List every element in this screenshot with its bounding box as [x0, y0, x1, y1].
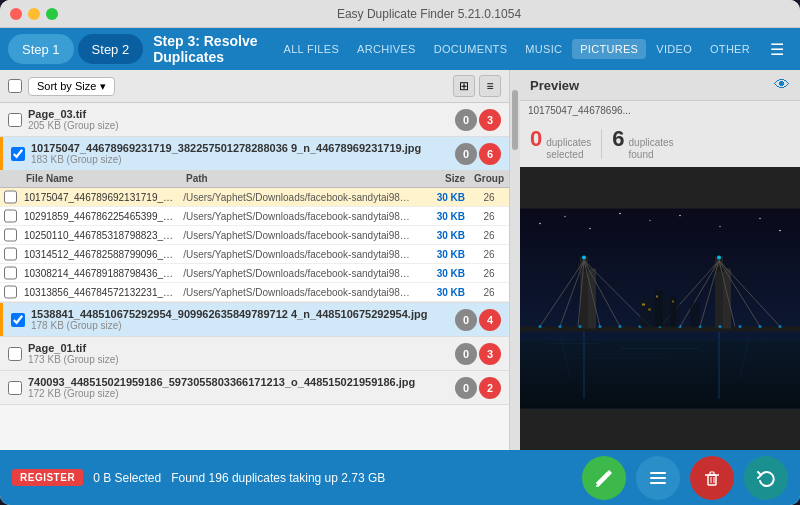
table-row[interactable]: 10291859_446786225465399_2003... /Users/… — [0, 207, 509, 226]
svg-point-33 — [559, 325, 562, 328]
table-row[interactable]: 10313856_446784572132231_3659... /Users/… — [0, 283, 509, 302]
file-group-header-1[interactable]: Page_03.tif 205 KB (Group size) 0 3 — [0, 103, 509, 136]
row6-group: 26 — [469, 285, 509, 300]
tab-pictures[interactable]: PICTURES — [572, 39, 646, 59]
svg-point-7 — [679, 215, 681, 217]
svg-rect-67 — [708, 475, 716, 485]
duplicates-selected-label: duplicatesselected — [546, 137, 591, 161]
col-header-group: Group — [469, 170, 509, 187]
window-title: Easy Duplicate Finder 5.21.0.1054 — [68, 7, 790, 21]
row6-path: /Users/YaphetS/Downloads/facebook-sandyt… — [179, 285, 414, 300]
table-row[interactable]: 10250110_446785318798823_7629... /Users/… — [0, 226, 509, 245]
fullscreen-button[interactable] — [46, 8, 58, 20]
sort-label: Sort by Size — [37, 80, 96, 92]
row5-group: 26 — [469, 266, 509, 281]
svg-point-32 — [539, 325, 542, 328]
file-group-3: 1538841_448510675292954_9099626358497897… — [0, 303, 509, 337]
tab-music[interactable]: MUSIC — [517, 39, 570, 59]
list-view-icon[interactable]: ≡ — [479, 75, 501, 97]
row5-name: 10308214_446789188798436_7628... — [20, 266, 179, 281]
table-row[interactable]: 10175047_446789692131719_3822... /Users/… — [0, 188, 509, 207]
group4-badge-right: 3 — [479, 343, 501, 365]
row3-name: 10250110_446785318798823_7629... — [20, 228, 179, 243]
row5-path: /Users/YaphetS/Downloads/facebook-sandyt… — [179, 266, 414, 281]
preview-filename: 10175047_44678696... — [520, 101, 800, 120]
svg-point-34 — [579, 325, 582, 328]
table-row[interactable]: 10314512_446782588799096_6518... /Users/… — [0, 245, 509, 264]
sort-button[interactable]: Sort by Size ▾ — [28, 77, 115, 96]
minimize-button[interactable] — [28, 8, 40, 20]
group5-checkbox[interactable] — [8, 381, 22, 395]
row1-group: 26 — [469, 190, 509, 205]
row4-checkbox[interactable] — [4, 247, 17, 261]
svg-point-8 — [719, 226, 721, 228]
tab-video[interactable]: VIDEO — [648, 39, 700, 59]
tab-archives[interactable]: ARCHIVES — [349, 39, 424, 59]
row2-group: 26 — [469, 209, 509, 224]
step1-button[interactable]: Step 1 — [8, 34, 74, 64]
svg-point-35 — [599, 325, 602, 328]
edit-button[interactable] — [582, 456, 626, 500]
svg-point-46 — [717, 256, 721, 260]
group1-checkbox[interactable] — [8, 113, 22, 127]
duplicates-found-count: 6 — [612, 126, 624, 152]
row3-group: 26 — [469, 228, 509, 243]
file-group-header-2[interactable]: 10175047_44678969231719_3822575012782880… — [0, 137, 509, 170]
row6-checkbox[interactable] — [4, 285, 17, 299]
tab-all-files[interactable]: ALL FILES — [276, 39, 348, 59]
scrollbar-thumb[interactable] — [512, 90, 518, 150]
svg-rect-51 — [520, 339, 800, 341]
row1-name: 10175047_446789692131719_3822... — [20, 190, 179, 205]
stat-duplicates-selected: 0 duplicatesselected — [530, 126, 591, 161]
svg-point-6 — [649, 220, 651, 222]
row1-checkbox[interactable] — [4, 190, 17, 204]
undo-button[interactable] — [744, 456, 788, 500]
group2-info: 10175047_44678969231719_3822575012782880… — [31, 142, 449, 165]
svg-rect-65 — [650, 477, 666, 479]
svg-point-42 — [739, 325, 742, 328]
row5-checkbox[interactable] — [4, 266, 17, 280]
group1-name: Page_03.tif — [28, 108, 449, 120]
file-group-header-5[interactable]: 740093_448515021959186_59730558033661712… — [0, 371, 509, 404]
bottom-bar: REGISTER 0 B Selected Found 196 duplicat… — [0, 450, 800, 505]
row3-checkbox[interactable] — [4, 228, 17, 242]
selected-status: 0 B Selected — [93, 471, 161, 485]
file-group-header-3[interactable]: 1538841_448510675292954_9099626358497897… — [0, 303, 509, 336]
register-button[interactable]: REGISTER — [12, 469, 83, 486]
sort-chevron-icon: ▾ — [100, 80, 106, 93]
file-group-header-4[interactable]: Page_01.tif 173 KB (Group size) 0 3 — [0, 337, 509, 370]
preview-image-area — [520, 167, 800, 450]
group2-checkbox[interactable] — [11, 147, 25, 161]
group3-name: 1538841_448510675292954_9099626358497897… — [31, 308, 449, 320]
svg-point-43 — [759, 325, 762, 328]
select-all-checkbox[interactable] — [8, 79, 22, 93]
delete-button[interactable] — [690, 456, 734, 500]
grid-view-icon[interactable]: ⊞ — [453, 75, 475, 97]
svg-rect-60 — [648, 309, 651, 311]
svg-rect-1 — [520, 339, 800, 409]
svg-point-41 — [719, 325, 722, 328]
scrollbar[interactable] — [510, 70, 520, 450]
group3-info: 1538841_448510675292954_9099626358497897… — [31, 308, 449, 331]
list-button[interactable] — [636, 456, 680, 500]
row2-checkbox[interactable] — [4, 209, 17, 223]
row4-name: 10314512_446782588799096_6518... — [20, 247, 179, 262]
eye-icon[interactable]: 👁 — [774, 76, 790, 94]
table-row[interactable]: 10308214_446789188798436_7628... /Users/… — [0, 264, 509, 283]
svg-point-2 — [539, 223, 541, 225]
tab-other[interactable]: othER — [702, 39, 758, 59]
row1-path: /Users/YaphetS/Downloads/facebook-sandyt… — [179, 190, 414, 205]
tab-documents[interactable]: DOCUMENTS — [426, 39, 516, 59]
row2-name: 10291859_446786225465399_2003... — [20, 209, 179, 224]
group4-checkbox[interactable] — [8, 347, 22, 361]
svg-point-4 — [589, 228, 591, 230]
svg-point-45 — [582, 256, 586, 260]
group3-badges: 0 4 — [455, 309, 501, 331]
step2-button[interactable]: Step 2 — [78, 34, 144, 64]
svg-rect-12 — [580, 269, 588, 329]
close-button[interactable] — [10, 8, 22, 20]
group3-checkbox[interactable] — [11, 313, 25, 327]
hamburger-menu[interactable]: ☰ — [762, 36, 792, 63]
svg-point-36 — [619, 325, 622, 328]
group4-badge-left: 0 — [455, 343, 477, 365]
